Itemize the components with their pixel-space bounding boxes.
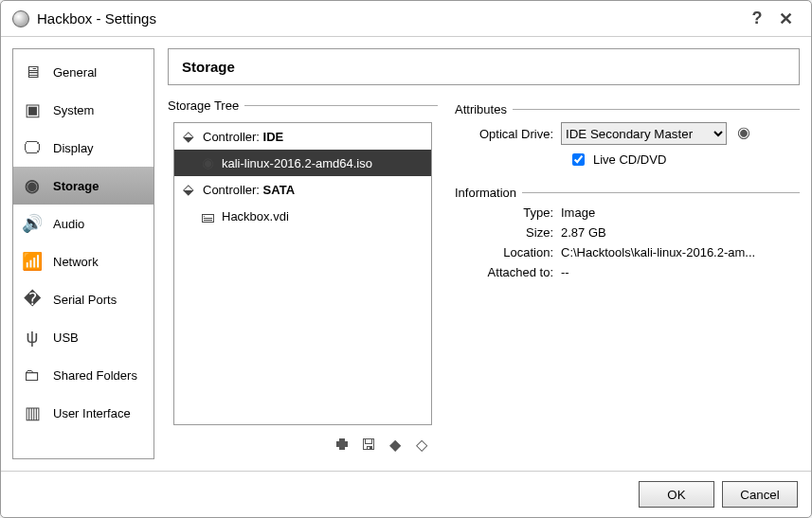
attributes-head: Attributes xyxy=(455,102,800,116)
audio-icon: 🔊 xyxy=(21,213,44,234)
footer: OK Cancel xyxy=(1,471,811,517)
remove-controller-button[interactable]: ◇ xyxy=(411,435,432,455)
info-location-value: C:\Hacktools\kali-linux-2016.2-am... xyxy=(561,245,800,259)
disc-icon: ◉ xyxy=(199,154,216,171)
sidebar-item-label: Display xyxy=(53,141,94,155)
attributes-section: Attributes Optical Drive: IDE Secondary … xyxy=(455,95,800,169)
save-icon[interactable]: 🖫 xyxy=(358,435,379,455)
info-type-label: Type: xyxy=(455,205,561,220)
sidebar-item-storage[interactable]: ◉ Storage xyxy=(13,167,153,205)
sidebar-item-label: Audio xyxy=(53,217,84,231)
display-icon: 🖵 xyxy=(21,138,44,158)
serial-icon: � xyxy=(21,289,44,310)
info-location-row: Location: C:\Hacktools\kali-linux-2016.2… xyxy=(455,245,800,259)
divider xyxy=(244,105,438,106)
sidebar-item-label: Serial Ports xyxy=(53,293,117,307)
optical-drive-control: IDE Secondary Master ◉ xyxy=(561,122,800,145)
titlebar: Hackbox - Settings ? ✕ xyxy=(1,1,811,37)
controller-label: Controller: IDE xyxy=(203,130,283,144)
tree-item-label: Hackbox.vdi xyxy=(222,209,289,223)
main: Storage Storage Tree ⬙ Controller: IDE xyxy=(168,48,800,459)
sidebar-item-system[interactable]: ▣ System xyxy=(13,91,153,129)
sidebar: 🖥 General ▣ System 🖵 Display ◉ Storage 🔊… xyxy=(12,48,154,459)
attributes-label: Attributes xyxy=(455,102,507,116)
sidebar-item-user-interface[interactable]: ▥ User Interface xyxy=(13,394,153,432)
controller-icon: ⬙ xyxy=(180,181,197,198)
info-type-row: Type: Image xyxy=(455,205,800,220)
page-title-box: Storage xyxy=(168,48,800,85)
network-icon: 📶 xyxy=(21,251,44,272)
live-cd-row: Live CD/DVD xyxy=(568,151,800,169)
cancel-button[interactable]: Cancel xyxy=(722,481,798,508)
controller-ide[interactable]: ⬙ Controller: IDE xyxy=(174,123,431,150)
info-type-value: Image xyxy=(561,205,800,220)
add-attachment-button[interactable]: 🞦 xyxy=(332,435,352,455)
window-title: Hackbox - Settings xyxy=(37,10,156,27)
info-attached-value: -- xyxy=(561,265,800,279)
sidebar-item-label: USB xyxy=(53,330,79,345)
sidebar-item-label: Network xyxy=(53,255,99,269)
divider xyxy=(522,192,800,193)
sidebar-item-general[interactable]: 🖥 General xyxy=(13,53,153,91)
sidebar-item-display[interactable]: 🖵 Display xyxy=(13,129,153,167)
tree-item-label: kali-linux-2016.2-amd64.iso xyxy=(222,156,372,170)
live-cd-checkbox[interactable] xyxy=(572,153,585,166)
optical-drive-row: Optical Drive: IDE Secondary Master ◉ xyxy=(455,122,800,145)
info-attached-label: Attached to: xyxy=(455,265,561,279)
interface-icon: ▥ xyxy=(21,402,44,423)
chip-icon: ▣ xyxy=(21,99,44,120)
sidebar-item-label: Storage xyxy=(53,179,99,193)
monitor-icon: 🖥 xyxy=(21,63,44,82)
sidebar-item-label: General xyxy=(53,65,97,80)
information-section: Information Type: Image Size: 2.87 GB xyxy=(455,178,800,285)
controller-label: Controller: SATA xyxy=(203,183,295,197)
ok-button[interactable]: OK xyxy=(639,481,714,508)
information-head: Information xyxy=(455,186,800,200)
sidebar-item-audio[interactable]: 🔊 Audio xyxy=(13,205,153,242)
right-column: Attributes Optical Drive: IDE Secondary … xyxy=(455,95,800,459)
page-title: Storage xyxy=(182,59,235,75)
controller-sata[interactable]: ⬙ Controller: SATA xyxy=(174,176,431,203)
add-controller-button[interactable]: ◆ xyxy=(385,435,406,455)
optical-drive-label: Optical Drive: xyxy=(455,127,561,141)
tree-item-vdi[interactable]: 🖴 Hackbox.vdi xyxy=(174,203,431,229)
info-size-label: Size: xyxy=(455,225,561,240)
sidebar-item-shared-folders[interactable]: 🗀 Shared Folders xyxy=(13,356,153,394)
hdd-icon: 🖴 xyxy=(199,208,216,224)
info-location-label: Location: xyxy=(455,245,561,259)
info-attached-row: Attached to: -- xyxy=(455,265,800,279)
storage-tree-label: Storage Tree xyxy=(168,98,239,113)
sidebar-item-label: Shared Folders xyxy=(53,368,137,383)
title-area: Hackbox - Settings xyxy=(12,10,743,27)
information-label: Information xyxy=(455,186,516,200)
sidebar-item-usb[interactable]: ψ USB xyxy=(13,318,153,356)
tree-toolbar: 🞦 🖫 ◆ ◇ xyxy=(168,431,438,459)
controller-icon: ⬙ xyxy=(180,128,197,145)
usb-icon: ψ xyxy=(21,328,44,348)
optical-drive-select[interactable]: IDE Secondary Master xyxy=(561,122,727,145)
info-size-row: Size: 2.87 GB xyxy=(455,225,800,240)
info-size-value: 2.87 GB xyxy=(561,225,800,240)
settings-window: Hackbox - Settings ? ✕ 🖥 General ▣ Syste… xyxy=(0,0,812,518)
sidebar-item-network[interactable]: 📶 Network xyxy=(13,242,153,280)
divider xyxy=(513,109,800,110)
help-button[interactable]: ? xyxy=(743,9,771,28)
storage-tree[interactable]: ⬙ Controller: IDE ◉ kali-linux-2016.2-am… xyxy=(173,122,432,425)
content-area: 🖥 General ▣ System 🖵 Display ◉ Storage 🔊… xyxy=(1,37,811,471)
choose-disk-button[interactable]: ◉ xyxy=(732,122,755,145)
tree-item-iso[interactable]: ◉ kali-linux-2016.2-amd64.iso xyxy=(174,150,431,176)
folder-icon: 🗀 xyxy=(21,366,44,385)
panels: Storage Tree ⬙ Controller: IDE ◉ kali-li… xyxy=(168,95,800,459)
disk-icon: ◉ xyxy=(21,175,44,196)
storage-tree-panel: Storage Tree ⬙ Controller: IDE ◉ kali-li… xyxy=(168,95,438,459)
storage-tree-head: Storage Tree xyxy=(168,98,438,113)
sidebar-item-label: System xyxy=(53,103,94,117)
sidebar-item-serial-ports[interactable]: � Serial Ports xyxy=(13,280,153,318)
live-cd-label: Live CD/DVD xyxy=(593,152,666,167)
close-button[interactable]: ✕ xyxy=(771,9,800,29)
app-icon xyxy=(12,10,29,27)
sidebar-item-label: User Interface xyxy=(53,406,131,420)
